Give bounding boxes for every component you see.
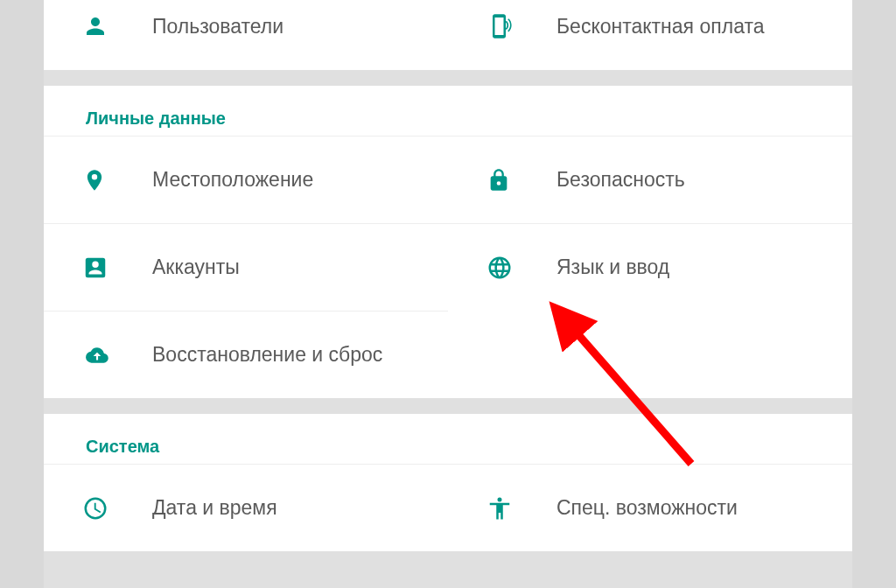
section-header-system: Система (44, 414, 852, 464)
location-icon (82, 167, 152, 193)
settings-item-language-input[interactable]: Язык и ввод (448, 223, 852, 311)
clock-icon (82, 495, 152, 522)
settings-item-label: Аккаунты (152, 256, 240, 279)
settings-item-label: Безопасность (556, 168, 685, 192)
settings-item-label: Восстановление и сброс (152, 343, 382, 367)
settings-item-label: Спец. возможности (556, 496, 738, 520)
settings-item-label: Бесконтактная оплата (556, 15, 764, 38)
settings-item-accessibility[interactable]: Спец. возможности (448, 464, 852, 551)
settings-item-location[interactable]: Местоположение (44, 136, 448, 223)
cloud-upload-icon (82, 344, 152, 367)
accessibility-icon (486, 495, 556, 522)
settings-item-tap-and-pay[interactable]: Бесконтактная оплата (448, 0, 852, 70)
settings-item-users[interactable]: Пользователи (44, 0, 448, 70)
globe-icon (486, 255, 556, 281)
tap-and-pay-icon (486, 13, 556, 39)
account-box-icon (82, 255, 152, 281)
settings-item-label: Дата и время (152, 496, 277, 520)
lock-icon (486, 167, 556, 193)
section-header-personal: Личные данные (44, 86, 852, 136)
settings-item-backup-reset[interactable]: Восстановление и сброс (44, 311, 448, 398)
settings-item-label: Язык и ввод (556, 256, 669, 279)
settings-item-label: Пользователи (152, 15, 284, 38)
settings-item-security[interactable]: Безопасность (448, 136, 852, 223)
person-icon (82, 13, 152, 39)
settings-item-date-time[interactable]: Дата и время (44, 464, 448, 551)
settings-item-accounts[interactable]: Аккаунты (44, 223, 448, 311)
settings-item-label: Местоположение (152, 168, 313, 192)
